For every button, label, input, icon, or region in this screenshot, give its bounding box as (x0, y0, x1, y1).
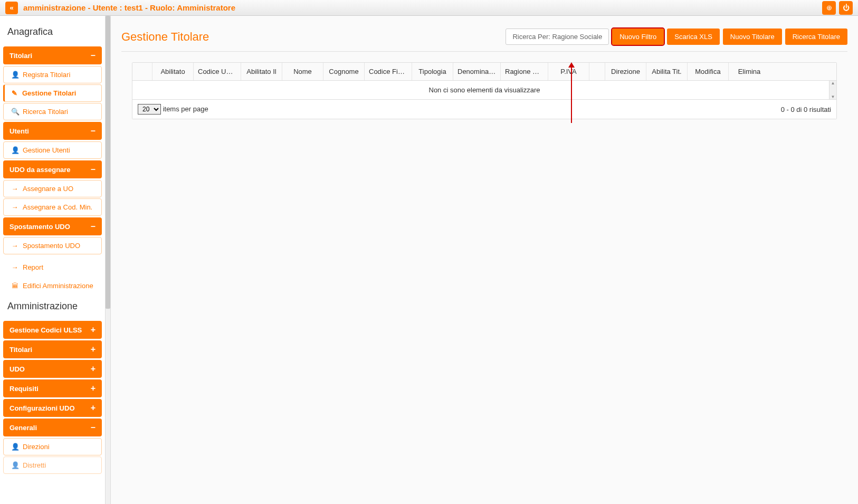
sidebar-item-label: Assegnare a Cod. Min. (23, 203, 92, 211)
sidebar-item-registra-titolari[interactable]: 👤 Registra Titolari (3, 66, 102, 83)
sidebar-item-assegnare-cod[interactable]: → Assegnare a Cod. Min. (3, 198, 102, 216)
data-grid: Abilitato Codice Univ... Abilitato Il No… (132, 62, 837, 119)
nuovo-filtro-button[interactable]: Nuovo Filtro (612, 28, 664, 45)
sidebar-item-direzioni[interactable]: 👤 Direzioni (3, 438, 102, 455)
grid-col-denominazi[interactable]: Denominazi... (453, 63, 501, 80)
scrollbar-thumb[interactable] (106, 16, 110, 309)
search-icon: 🔍 (11, 108, 18, 116)
collapse-icon: – (91, 165, 96, 174)
result-summary: 0 - 0 di 0 risultati (781, 106, 831, 113)
grid-col-piva[interactable]: P.IVA (548, 63, 589, 80)
arrow-right-icon: → (11, 242, 18, 250)
power-icon[interactable]: ⏻ (839, 1, 853, 15)
sidebar-group-label: Configurazioni UDO (9, 404, 75, 412)
sidebar-group-label: Requisiti (9, 385, 39, 393)
sidebar-group-label: Gestione Codici ULSS (9, 326, 82, 334)
grid-col-direzione[interactable]: Direzione (605, 63, 646, 80)
sidebar-scrollbar[interactable] (106, 16, 111, 504)
user-icon: 👤 (11, 443, 18, 451)
sidebar-group-label: Spostamento UDO (9, 223, 70, 231)
grid-footer: 20 items per page 0 - 0 di 0 risultati (132, 100, 836, 119)
page-size-label: items per page (163, 105, 208, 113)
sidebar-item-ricerca-titolari[interactable]: 🔍 Ricerca Titolari (3, 103, 102, 120)
sidebar-item-spostamento-udo[interactable]: → Spostamento UDO (3, 237, 102, 254)
collapse-icon: – (91, 222, 96, 231)
grid-empty-message: Non ci sono elementi da visualizzare ▲▼ (132, 81, 836, 100)
expand-icon: + (91, 403, 96, 413)
sidebar-item-report[interactable]: → Report (3, 259, 102, 276)
sidebar-group-label: Titolari (9, 52, 32, 60)
sidebar-group-titolari2[interactable]: Titolari + (3, 340, 102, 358)
grid-col-nome[interactable]: Nome (282, 63, 323, 80)
collapse-icon: – (91, 423, 96, 432)
grid-col-checkbox[interactable] (132, 63, 152, 80)
sidebar-group-label: UDO (9, 365, 25, 373)
grid-col-cognome[interactable]: Cognome (323, 63, 365, 80)
sidebar-group-spostamento-udo[interactable]: Spostamento UDO – (3, 217, 102, 235)
sidebar-group-label: UDO da assegnare (9, 166, 71, 174)
grid-col-elimina[interactable]: Elimina (729, 63, 770, 80)
sidebar-item-assegnare-uo[interactable]: → Assegnare a UO (3, 180, 102, 197)
user-icon: 👤 (11, 146, 18, 154)
grid-empty-text: Non ci sono elementi da visualizzare (429, 86, 540, 94)
sidebar-item-label: Spostamento UDO (23, 242, 80, 250)
arrow-right-icon: → (11, 185, 18, 193)
search-filter-display[interactable]: Ricerca Per: Ragione Sociale (506, 28, 609, 45)
page-size-select[interactable]: 20 (138, 104, 161, 115)
sidebar-group-label: Generali (9, 424, 37, 432)
sidebar-group-udo[interactable]: UDO + (3, 360, 102, 378)
sidebar-item-gestione-titolari[interactable]: ✎ Gestione Titolari (3, 84, 102, 102)
grid-col-modifica[interactable]: Modifica (688, 63, 729, 80)
sidebar-item-distretti[interactable]: 👤 Distretti (3, 457, 102, 474)
sidebar-heading-anagrafica: Anagrafica (0, 21, 105, 45)
grid-col-ragione-so[interactable]: Ragione So... (501, 63, 548, 80)
topbar: « amministrazione - Utente : test1 - Ruo… (0, 0, 858, 16)
sidebar-item-edifici[interactable]: 🏛 Edifici Amministrazione (3, 277, 102, 294)
sidebar-heading-amministrazione: Amministrazione (0, 296, 105, 319)
grid-col-codice-fisc[interactable]: Codice Fisc... (365, 63, 412, 80)
sidebar-group-udo-assegnare[interactable]: UDO da assegnare – (3, 160, 102, 178)
sidebar-item-label: Direzioni (23, 443, 50, 451)
user-icon: 👤 (11, 461, 18, 469)
sidebar-item-label: Gestione Utenti (23, 146, 70, 154)
globe-icon[interactable]: ⊕ (822, 1, 836, 15)
grid-col-abilita-tit[interactable]: Abilita Tit. (646, 63, 688, 80)
sidebar-item-label: Ricerca Titolari (23, 108, 68, 116)
grid-col-blank (589, 63, 605, 80)
sidebar-collapse-button[interactable]: « (5, 2, 18, 14)
nuovo-titolare-button[interactable]: Nuovo Titolare (723, 28, 782, 45)
sidebar-group-config-udo[interactable]: Configurazioni UDO + (3, 399, 102, 417)
grid-col-abilitato-il[interactable]: Abilitato Il (241, 63, 282, 80)
collapse-icon: – (91, 126, 96, 136)
header-actions: Ricerca Per: Ragione Sociale Nuovo Filtr… (506, 28, 847, 45)
ricerca-titolare-button[interactable]: Ricerca Titolare (785, 28, 847, 45)
sidebar-group-utenti[interactable]: Utenti – (3, 122, 102, 140)
sidebar-item-label: Assegnare a UO (23, 185, 73, 193)
collapse-icon: – (91, 51, 96, 60)
page-title: Gestione Titolare (121, 30, 209, 44)
sidebar-group-titolari[interactable]: Titolari – (3, 46, 102, 64)
building-icon: 🏛 (11, 282, 18, 290)
scarica-xls-button[interactable]: Scarica XLS (667, 28, 720, 45)
grid-header-row: Abilitato Codice Univ... Abilitato Il No… (132, 63, 836, 81)
grid-col-abilitato[interactable]: Abilitato (152, 63, 194, 80)
expand-icon: + (91, 384, 96, 393)
grid-vertical-scrollbar[interactable]: ▲▼ (829, 81, 836, 99)
grid-col-tipologia[interactable]: Tipologia (412, 63, 453, 80)
sidebar-group-label: Titolari (9, 346, 32, 354)
sidebar-group-label: Utenti (9, 127, 29, 135)
sidebar-group-generali[interactable]: Generali – (3, 419, 102, 436)
grid-col-codice-univ[interactable]: Codice Univ... (194, 63, 241, 80)
sidebar-group-gestione-codici[interactable]: Gestione Codici ULSS + (3, 321, 102, 339)
expand-icon: + (91, 345, 96, 354)
main-content: Gestione Titolare Ricerca Per: Ragione S… (111, 16, 858, 504)
sidebar-item-label: Gestione Titolari (22, 89, 76, 97)
user-plus-icon: 👤 (11, 71, 18, 79)
sidebar-item-label: Registra Titolari (23, 71, 70, 79)
sidebar-group-requisiti[interactable]: Requisiti + (3, 379, 102, 397)
sidebar-item-label: Distretti (23, 461, 46, 469)
expand-icon: + (91, 325, 96, 335)
sidebar-item-gestione-utenti[interactable]: 👤 Gestione Utenti (3, 141, 102, 159)
sidebar-item-label: Report (23, 263, 43, 271)
expand-icon: + (91, 364, 96, 374)
